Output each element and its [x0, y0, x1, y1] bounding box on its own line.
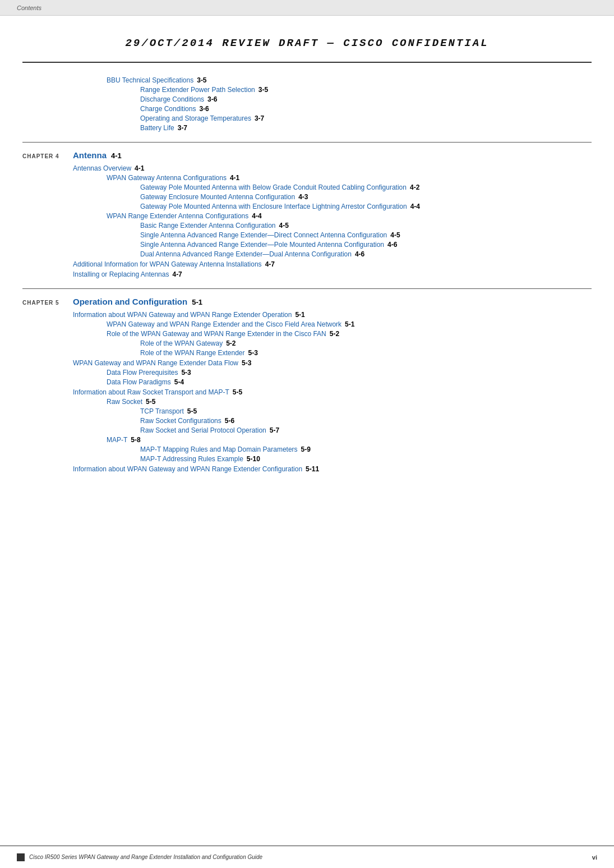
- list-item: Gateway Pole Mounted Antenna with Enclos…: [140, 203, 592, 210]
- entry-page: 3-5: [197, 76, 206, 84]
- list-item: MAP-T Mapping Rules and Map Domain Param…: [140, 446, 592, 453]
- list-item: Data Flow Prerequisites 5-3: [107, 369, 592, 376]
- list-item: Gateway Pole Mounted Antenna with Below …: [140, 183, 592, 191]
- footer-page-number: vi: [592, 854, 597, 861]
- page-title: 29/OCT/2014 REVIEW DRAFT — CISCO CONFIDE…: [125, 37, 488, 49]
- list-item: BBU Technical Specifications 3-5: [107, 76, 592, 84]
- list-item: Installing or Replacing Antennas 4-7: [73, 270, 592, 278]
- entry-page: 3-6: [199, 105, 209, 113]
- list-item: Basic Range Extender Antenna Configurati…: [140, 222, 592, 229]
- chapter5-section: CHAPTER 5 Operation and Configuration 5-…: [22, 288, 592, 473]
- footer-label: Cisco IR500 Series WPAN Gateway and Rang…: [29, 854, 262, 860]
- list-item: Role of the WPAN Range Extender 5-3: [140, 349, 592, 357]
- list-item: WPAN Gateway and WPAN Range Extender and…: [107, 320, 592, 328]
- list-item: WPAN Gateway and WPAN Range Extender Dat…: [73, 359, 592, 367]
- entry-page: 3-7: [178, 124, 187, 132]
- list-item: TCP Transport 5-5: [140, 407, 592, 415]
- page-footer: Cisco IR500 Series WPAN Gateway and Rang…: [0, 846, 614, 868]
- list-item: Antennas Overview 4-1: [73, 164, 592, 172]
- list-item: Data Flow Paradigms 5-4: [107, 378, 592, 386]
- entry-text: BBU Technical Specifications: [107, 76, 193, 84]
- svg-rect-0: [17, 853, 25, 861]
- chapter4-row: CHAPTER 4 Antenna 4-1: [22, 142, 592, 160]
- list-item: MAP-T 5-8: [107, 436, 592, 444]
- chapter4-page: 4-1: [111, 151, 122, 160]
- list-item: Raw Socket and Serial Protocol Operation…: [140, 426, 592, 434]
- chapter4-label: CHAPTER 4: [22, 153, 73, 159]
- list-item: Information about Raw Socket Transport a…: [73, 388, 592, 396]
- chapter5-row: CHAPTER 5 Operation and Configuration 5-…: [22, 288, 592, 306]
- list-item: Battery Life 3-7: [140, 124, 592, 132]
- list-item: Raw Socket Configurations 5-6: [140, 417, 592, 425]
- list-item: Charge Conditions 3-6: [140, 105, 592, 113]
- list-item: Information about WPAN Gateway and WPAN …: [73, 465, 592, 473]
- list-item: Role of the WPAN Gateway 5-2: [140, 339, 592, 347]
- chapter4-section: CHAPTER 4 Antenna 4-1 Antennas Overview …: [22, 142, 592, 278]
- list-item: Information about WPAN Gateway and WPAN …: [73, 311, 592, 319]
- list-item: WPAN Range Extender Antenna Configuratio…: [107, 212, 592, 220]
- list-item: Raw Socket 5-5: [107, 398, 592, 406]
- top-bar: Contents: [0, 0, 614, 16]
- chapter5-label: CHAPTER 5: [22, 300, 73, 306]
- entry-text: Charge Conditions: [140, 105, 196, 113]
- list-item: Single Antenna Advanced Range Extender—P…: [140, 241, 592, 249]
- list-item: Discharge Conditions 3-6: [140, 95, 592, 103]
- list-item: Role of the WPAN Gateway and WPAN Range …: [107, 330, 592, 338]
- cisco-icon: [17, 853, 25, 861]
- chapter5-title: Operation and Configuration: [73, 297, 187, 306]
- page-content: 29/OCT/2014 REVIEW DRAFT — CISCO CONFIDE…: [0, 16, 614, 512]
- top-bar-label: Contents: [17, 4, 41, 11]
- list-item: MAP-T Addressing Rules Example 5-10: [140, 455, 592, 463]
- entry-text: Range Extender Power Path Selection: [140, 86, 255, 94]
- chapter4-title: Antenna: [73, 150, 107, 160]
- list-item: Single Antenna Advanced Range Extender—D…: [140, 231, 592, 239]
- list-item: WPAN Gateway Antenna Configurations 4-1: [107, 174, 592, 182]
- entry-page: 3-5: [258, 86, 268, 94]
- entry-text: Battery Life: [140, 124, 174, 132]
- entry-text: Operating and Storage Temperatures: [140, 114, 251, 122]
- footer-left: Cisco IR500 Series WPAN Gateway and Rang…: [17, 853, 262, 861]
- entry-text: Discharge Conditions: [140, 95, 204, 103]
- list-item: Operating and Storage Temperatures 3-7: [140, 114, 592, 122]
- list-item: Additional Information for WPAN Gateway …: [73, 260, 592, 268]
- pre-chapter-entries: BBU Technical Specifications 3-5 Range E…: [22, 76, 592, 132]
- list-item: Dual Antenna Advanced Range Extender—Dua…: [140, 250, 592, 258]
- entry-page: 3-7: [255, 114, 264, 122]
- page-header: 29/OCT/2014 REVIEW DRAFT — CISCO CONFIDE…: [22, 27, 592, 63]
- list-item: Range Extender Power Path Selection 3-5: [140, 86, 592, 94]
- list-item: Gateway Enclosure Mounted Antenna Config…: [140, 193, 592, 201]
- entry-page: 3-6: [207, 95, 217, 103]
- chapter5-page: 5-1: [192, 298, 202, 306]
